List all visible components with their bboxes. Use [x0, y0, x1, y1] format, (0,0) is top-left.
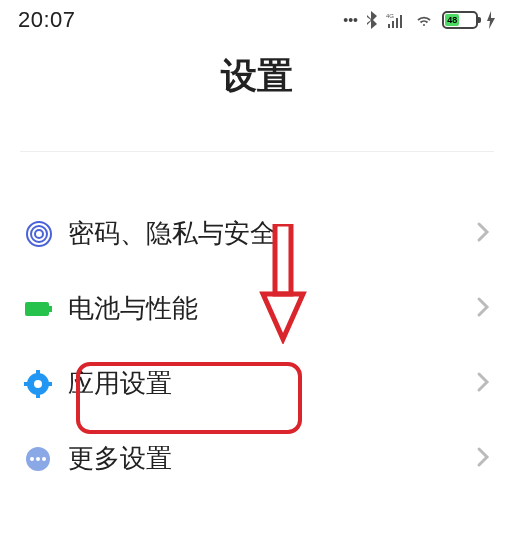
battery-row-icon: [24, 299, 68, 319]
chevron-right-icon: [476, 296, 490, 322]
svg-rect-9: [49, 306, 52, 312]
wifi-icon: [414, 12, 434, 28]
chevron-right-icon: [476, 221, 490, 247]
signal-icon: 4G: [386, 12, 406, 28]
row-battery-performance[interactable]: 电池与性能: [18, 271, 496, 346]
svg-rect-12: [36, 370, 40, 376]
battery-percent: 48: [447, 15, 457, 25]
status-icons: ••• 4G 48: [343, 11, 496, 29]
row-more-settings[interactable]: 更多设置: [18, 421, 496, 496]
svg-point-7: [35, 230, 43, 238]
bluetooth-icon: [366, 11, 378, 29]
page-title: 设置: [0, 52, 514, 101]
row-label: 电池与性能: [68, 291, 476, 326]
settings-list: 密码、隐私与安全 电池与性能 应用设置 更多设置: [0, 196, 514, 496]
charging-icon: [486, 11, 496, 29]
svg-rect-2: [392, 21, 394, 28]
svg-rect-14: [24, 382, 30, 386]
svg-point-17: [30, 457, 34, 461]
svg-rect-4: [400, 15, 402, 28]
divider: [20, 151, 494, 152]
status-clock: 20:07: [18, 7, 76, 33]
status-bar: 20:07 ••• 4G 48: [0, 0, 514, 40]
svg-point-11: [34, 380, 42, 388]
row-privacy-security[interactable]: 密码、隐私与安全: [18, 196, 496, 271]
chevron-right-icon: [476, 446, 490, 472]
gear-icon: [24, 370, 68, 398]
svg-rect-15: [46, 382, 52, 386]
more-dots-icon: •••: [343, 12, 358, 28]
svg-point-6: [31, 226, 47, 242]
svg-point-18: [36, 457, 40, 461]
row-app-settings[interactable]: 应用设置: [18, 346, 496, 421]
row-label: 更多设置: [68, 441, 476, 476]
battery-icon: 48: [442, 11, 478, 29]
svg-rect-13: [36, 392, 40, 398]
row-label: 密码、隐私与安全: [68, 216, 476, 251]
svg-text:4G: 4G: [386, 13, 394, 19]
svg-rect-3: [396, 18, 398, 28]
more-icon: [24, 445, 68, 473]
fingerprint-icon: [24, 219, 68, 249]
svg-point-19: [42, 457, 46, 461]
chevron-right-icon: [476, 371, 490, 397]
svg-rect-8: [25, 302, 49, 316]
row-label: 应用设置: [68, 366, 476, 401]
svg-rect-1: [388, 24, 390, 28]
